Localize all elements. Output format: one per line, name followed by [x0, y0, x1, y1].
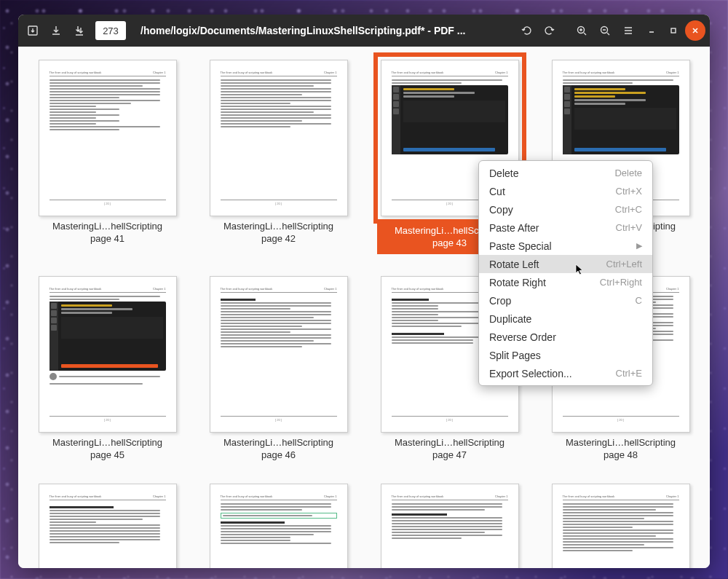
zoom-in-icon[interactable]: [571, 20, 592, 41]
page-thumbnail[interactable]: The finer and busy of scripting workbook…: [39, 276, 177, 433]
menu-item-label: Duplicate: [489, 313, 531, 325]
menu-item-label: Rotate Right: [489, 277, 546, 288]
page-thumbnail[interactable]: The finer and busy of scripting workbook…: [39, 60, 177, 216]
menu-item-label: Crop: [489, 295, 511, 307]
menu-item-shortcut: Ctrl+V: [616, 222, 642, 233]
thumbnail-caption: MasteringLi…hellScriptingpage 42: [223, 221, 333, 245]
undo-icon[interactable]: [516, 20, 537, 41]
menu-item-shortcut: Delete: [614, 168, 642, 178]
context-menu-item[interactable]: CropC: [479, 291, 652, 310]
submenu-arrow-icon: ▶: [636, 241, 642, 251]
menu-item-shortcut: Ctrl+Right: [600, 277, 642, 288]
thumbnail-cell[interactable]: The finer and busy of scripting workbook…: [25, 60, 189, 254]
menu-item-label: Paste Special: [489, 240, 552, 252]
menu-item-label: Delete: [489, 168, 518, 179]
menu-item-label: Reverse Order: [489, 331, 556, 343]
context-menu-item[interactable]: Export Selection...Ctrl+E: [479, 364, 652, 382]
save-icon[interactable]: [46, 20, 66, 41]
window-title: /home/logix/Documents/MasteringLinuxShel…: [132, 25, 513, 36]
page-thumbnail[interactable]: The finer and busy of scripting workbook…: [39, 484, 177, 568]
thumbnail-cell[interactable]: The finer and busy of scripting workbook…: [368, 484, 531, 568]
context-menu-item[interactable]: CopyCtrl+C: [479, 200, 652, 218]
menu-item-shortcut: Ctrl+E: [616, 368, 642, 379]
context-menu-item[interactable]: Reverse Order: [479, 328, 652, 346]
context-menu-item[interactable]: Duplicate: [479, 310, 652, 328]
thumbnail-cell[interactable]: The finer and busy of scripting workbook…: [197, 60, 360, 254]
import-icon[interactable]: [23, 20, 43, 41]
context-menu-item[interactable]: Split Pages: [479, 346, 652, 364]
menu-item-label: Cut: [489, 186, 505, 197]
menu-item-shortcut: Ctrl+Left: [606, 259, 643, 269]
redo-icon[interactable]: [539, 20, 560, 41]
page-thumbnail[interactable]: The finer and busy of scripting workbook…: [210, 60, 348, 216]
context-menu-item[interactable]: Rotate LeftCtrl+Left: [479, 255, 652, 273]
menu-item-shortcut: Ctrl+X: [616, 186, 642, 197]
menu-item-label: Rotate Left: [489, 259, 539, 270]
context-menu-item[interactable]: DeleteDelete: [479, 164, 652, 182]
context-menu-item[interactable]: Rotate RightCtrl+Right: [479, 273, 652, 291]
page-thumbnail[interactable]: The finer and busy of scripting workbook…: [381, 484, 519, 568]
menu-item-shortcut: C: [636, 295, 642, 306]
close-button[interactable]: [685, 20, 705, 41]
context-menu: DeleteDeleteCutCtrl+XCopyCtrl+CPaste Aft…: [478, 160, 653, 386]
thumbnail-cell[interactable]: The finer and busy of scripting workbook…: [197, 484, 360, 568]
menu-item-label: Export Selection...: [489, 368, 572, 379]
context-menu-item[interactable]: Paste AfterCtrl+V: [479, 218, 652, 237]
svg-rect-3: [671, 28, 676, 33]
thumbnail-cell[interactable]: The finer and busy of scripting workbook…: [25, 276, 189, 462]
maximize-button[interactable]: [663, 20, 684, 41]
page-thumbnail[interactable]: The finer and busy of scripting workbook…: [210, 484, 348, 568]
thumbnail-caption: MasteringLi…hellScriptingpage 47: [395, 437, 505, 462]
hamburger-menu-icon[interactable]: [618, 20, 638, 41]
page-number-input[interactable]: 273: [95, 21, 126, 40]
context-menu-item[interactable]: Paste Special▶: [479, 237, 652, 255]
thumbnail-caption: MasteringLi…hellScriptingpage 41: [52, 221, 162, 245]
minimize-button[interactable]: [641, 20, 662, 41]
save-all-icon[interactable]: [69, 20, 90, 41]
thumbnail-caption: MasteringLi…hellScriptingpage 48: [566, 437, 676, 462]
page-thumbnail[interactable]: The finer and busy of scripting workbook…: [210, 276, 348, 433]
menu-item-label: Paste After: [489, 222, 539, 234]
thumbnail-cell[interactable]: The finer and busy of scripting workbook…: [197, 276, 360, 462]
thumbnail-caption: MasteringLi…hellScriptingpage 45: [52, 437, 162, 462]
menu-item-label: Copy: [489, 204, 513, 216]
thumbnail-cell[interactable]: The finer and busy of scripting workbook…: [539, 484, 703, 568]
thumbnail-caption: MasteringLi…hellScriptingpage 46: [223, 437, 333, 462]
page-thumbnail[interactable]: The finer and busy of scripting workbook…: [552, 484, 690, 568]
context-menu-item[interactable]: CutCtrl+X: [479, 182, 652, 200]
titlebar: 273 /home/logix/Documents/MasteringLinux…: [18, 15, 710, 47]
zoom-out-icon[interactable]: [595, 20, 615, 41]
thumbnail-cell[interactable]: The finer and busy of scripting workbook…: [25, 484, 189, 568]
menu-item-label: Split Pages: [489, 350, 541, 361]
menu-item-shortcut: Ctrl+C: [615, 204, 642, 215]
